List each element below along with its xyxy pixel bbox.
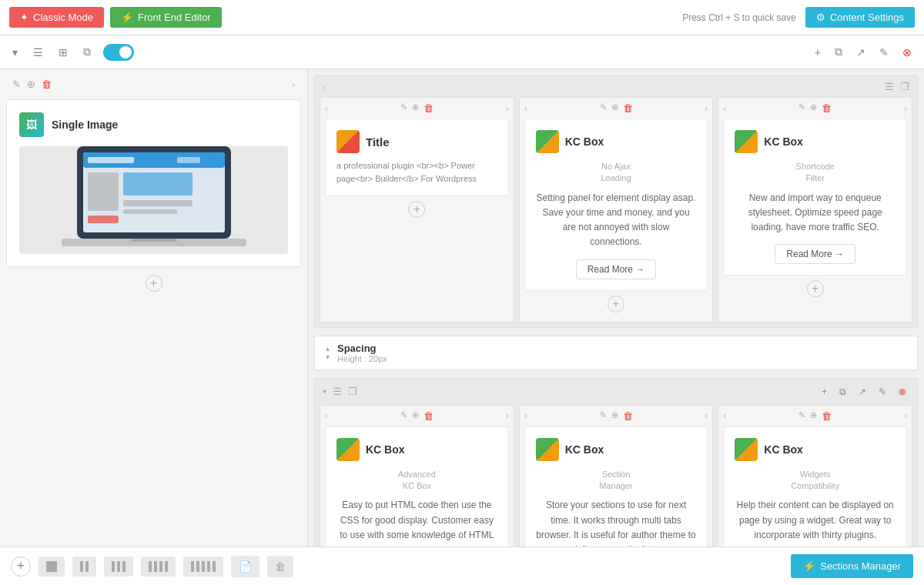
export-toolbar-button[interactable]: ↗ — [853, 43, 869, 62]
sections-manager-button[interactable]: ⚡ Sections Manager — [791, 554, 913, 578]
s2-col-1-nav-right[interactable]: › — [506, 410, 509, 421]
col-3-add-btn[interactable]: + — [807, 280, 824, 297]
s2-col-1-delete[interactable]: 🗑 — [424, 410, 434, 422]
s2-col-2-settings[interactable]: ⊕ — [611, 410, 618, 422]
content-settings-button[interactable]: ⚙ Content Settings — [805, 7, 915, 28]
title-card-header: Title — [336, 130, 497, 153]
layout-trash-btn[interactable]: 🗑 — [267, 556, 293, 577]
title-widget-icon — [336, 130, 360, 153]
list-icon[interactable]: ☰ — [885, 81, 894, 92]
col-2-settings[interactable]: ⊕ — [611, 102, 618, 114]
section-2-left: ▾ ☰ ❐ — [323, 386, 357, 397]
kc-box-2-read-more[interactable]: Read More → — [775, 244, 855, 264]
s2-col-2-edit[interactable]: ✎ — [600, 410, 607, 422]
layout-1col-btn[interactable] — [38, 557, 65, 577]
classic-mode-button[interactable]: ✦ Classic Mode — [9, 7, 104, 28]
col-2-add-btn[interactable]: + — [608, 296, 624, 313]
s2-col-3-header: ‹ ✎ ⊕ 🗑 › — [723, 410, 907, 422]
section-1-col-2: ‹ ✎ ⊕ 🗑 › KC Box — [519, 97, 714, 323]
kc-box-advanced: KC Box Advanced KC Box Easy to put HTML … — [325, 426, 509, 547]
add-element-button[interactable]: + — [146, 275, 162, 292]
kc-box-1-read-more[interactable]: Read More → — [576, 259, 657, 279]
section-2-edit[interactable]: ✎ — [875, 383, 889, 400]
col-2-nav-right[interactable]: › — [705, 103, 708, 114]
col-3-edit[interactable]: ✎ — [798, 102, 805, 114]
list-view-button[interactable]: ☰ — [30, 43, 46, 62]
edit-icon[interactable]: ✎ — [12, 79, 21, 90]
col-1-delete[interactable]: 🗑 — [424, 102, 434, 114]
main-layout: ✎ ⊕ 🗑 › 🖼 Single Image — [0, 69, 924, 547]
col-2-delete[interactable]: 🗑 — [623, 102, 633, 114]
duplicate-toolbar-button[interactable]: ⧉ — [832, 42, 845, 62]
layout-5col-btn[interactable] — [183, 557, 223, 577]
file-icon[interactable]: ❐ — [900, 81, 909, 92]
section-1-header: ‹ ☰ ❐ — [320, 81, 912, 92]
frontend-editor-button[interactable]: ⚡ Front End Editor — [110, 7, 222, 28]
copy-button[interactable]: ⧉ — [80, 42, 94, 62]
add-section-button[interactable]: + — [11, 557, 31, 577]
col-2-edit[interactable]: ✎ — [600, 102, 607, 114]
toggle-switch[interactable] — [103, 44, 134, 61]
kc-box-widgets: KC Box Widgets Compatibility Help their … — [723, 426, 907, 547]
col-1-nav-right[interactable]: › — [506, 103, 509, 114]
col-2-nav-left[interactable]: ‹ — [524, 103, 527, 114]
classic-icon: ✦ — [20, 12, 28, 23]
layout-3col-btn[interactable] — [104, 557, 133, 577]
kc-icon-wg — [735, 438, 758, 461]
section-nav-left[interactable]: ‹ — [323, 82, 326, 92]
kc-box-sm-title: KC Box — [565, 443, 604, 456]
s2-col-3-edit[interactable]: ✎ — [798, 410, 805, 422]
section-1-col-3: ‹ ✎ ⊕ 🗑 › KC Box — [718, 97, 912, 323]
grid-view-button[interactable]: ⊞ — [55, 43, 71, 62]
s2-col-3-delete[interactable]: 🗑 — [822, 410, 832, 422]
col-3-nav-right[interactable]: › — [904, 103, 907, 114]
s2-col-3-nav-right[interactable]: › — [904, 410, 907, 421]
s2-col-3-nav-left[interactable]: ‹ — [723, 410, 726, 421]
add-toolbar-button[interactable]: + — [812, 43, 824, 62]
s2-col-1-nav-left[interactable]: ‹ — [325, 410, 328, 421]
spacing-down-arrow[interactable]: ▾ — [326, 353, 330, 361]
col-1-nav-left[interactable]: ‹ — [325, 103, 328, 114]
delete-icon[interactable]: 🗑 — [42, 79, 52, 90]
spacing-arrows[interactable]: ▴ ▾ — [326, 344, 330, 361]
section-2-add[interactable]: + — [819, 383, 830, 400]
left-add-btn: + — [6, 275, 301, 292]
layout-doc-btn[interactable]: 📄 — [231, 556, 259, 577]
col-1-edit[interactable]: ✎ — [400, 102, 407, 114]
s2-col-1-edit[interactable]: ✎ — [400, 410, 407, 422]
layout-4col-btn[interactable] — [141, 557, 176, 577]
layout-2col-btn[interactable] — [72, 557, 96, 577]
section-2-list[interactable]: ☰ — [333, 386, 342, 397]
svg-rect-5 — [177, 157, 200, 163]
section-2-delete[interactable]: ⊗ — [896, 383, 909, 400]
section-2-file[interactable]: ❐ — [348, 386, 357, 397]
col-3-nav-left[interactable]: ‹ — [723, 103, 726, 114]
panel-header-icons: ✎ ⊕ 🗑 — [12, 79, 52, 90]
bottom-toolbar-left: + 📄 🗑 — [11, 556, 293, 577]
settings-icon[interactable]: ⊕ — [27, 79, 35, 90]
col-1-add-btn[interactable]: + — [408, 201, 425, 218]
edit-toolbar-button[interactable]: ✎ — [876, 43, 892, 62]
spacing-info: Spacing Height : 20px — [337, 343, 387, 363]
s2-col-2-delete[interactable]: 🗑 — [623, 410, 633, 422]
svg-rect-9 — [123, 209, 177, 214]
undo-button[interactable]: ▾ — [9, 43, 21, 62]
section-2-export[interactable]: ↗ — [855, 383, 869, 400]
section-1-col-1: ‹ ✎ ⊕ 🗑 › Title a — [320, 97, 514, 323]
kc-icon-adv — [336, 438, 360, 461]
spacing-up-arrow[interactable]: ▴ — [326, 344, 330, 353]
col-3-nav: ‹ — [723, 103, 726, 114]
kc-icon-1 — [536, 130, 559, 153]
col-3-delete[interactable]: 🗑 — [822, 102, 832, 114]
section-2-copy[interactable]: ⧉ — [836, 383, 849, 400]
s2-col-2-nav-right[interactable]: › — [705, 410, 708, 421]
close-toolbar-button[interactable]: ⊗ — [899, 43, 915, 62]
col-1-settings[interactable]: ⊕ — [412, 102, 419, 114]
panel-nav-right[interactable]: › — [292, 79, 295, 90]
col-3-settings[interactable]: ⊕ — [810, 102, 817, 114]
section-2-header: ▾ ☰ ❐ + ⧉ ↗ ✎ ⊗ — [320, 383, 912, 400]
s2-col-1-settings[interactable]: ⊕ — [412, 410, 419, 422]
s2-col-3-settings[interactable]: ⊕ — [810, 410, 817, 422]
s2-col-2-header: ‹ ✎ ⊕ 🗑 › — [524, 410, 708, 422]
s2-col-2-nav-left[interactable]: ‹ — [524, 410, 527, 421]
